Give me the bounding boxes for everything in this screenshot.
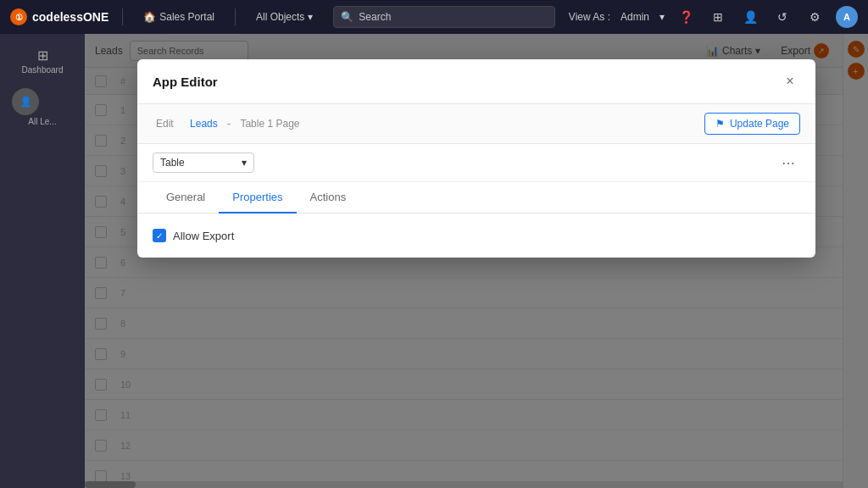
tab-general[interactable]: General bbox=[153, 182, 219, 214]
modal-close-button[interactable]: × bbox=[780, 71, 800, 92]
search-bar[interactable]: 🔍 Search bbox=[333, 6, 555, 28]
main-layout: ⊞ Dashboard 👤 All Le... Leads # 1 2 bbox=[0, 34, 868, 488]
flag-icon: ⚑ bbox=[715, 118, 725, 130]
allow-export-checkbox[interactable]: ✓ bbox=[153, 229, 166, 242]
brand-icon: ① bbox=[10, 8, 27, 25]
modal-tabs: General Properties Actions bbox=[137, 182, 815, 214]
modal-breadcrumb: Edit Leads - Table 1 Page bbox=[153, 118, 303, 130]
more-options-button[interactable]: ⋯ bbox=[776, 151, 800, 175]
tab-actions-label: Actions bbox=[310, 191, 347, 203]
breadcrumb-separator-2: - bbox=[227, 118, 233, 130]
tab-actions[interactable]: Actions bbox=[297, 182, 360, 214]
edit-label: Edit bbox=[156, 118, 174, 130]
update-page-label: Update Page bbox=[730, 118, 789, 130]
tab-general-label: General bbox=[166, 191, 205, 203]
refresh-icon-btn[interactable]: ↺ bbox=[771, 6, 793, 28]
app-editor-modal: App Editor × Edit Leads - Table 1 Page ⚑ bbox=[137, 59, 815, 258]
leads-breadcrumb-link[interactable]: Leads bbox=[190, 118, 218, 130]
dashboard-icon: ⊞ bbox=[12, 47, 73, 64]
update-page-button[interactable]: ⚑ Update Page bbox=[704, 113, 800, 135]
brand-text: codelessONE bbox=[32, 10, 108, 24]
modal-toolbar: Edit Leads - Table 1 Page ⚑ Update Page bbox=[137, 104, 815, 144]
view-as-value: Admin bbox=[620, 11, 649, 23]
select-area: Table ▾ ⋯ bbox=[137, 144, 815, 182]
chevron-down-icon-2: ▾ bbox=[659, 11, 665, 23]
search-placeholder-text: Search bbox=[359, 11, 391, 23]
allow-export-item: ✓ Allow Export bbox=[153, 229, 800, 242]
help-icon-btn[interactable]: ❓ bbox=[675, 6, 697, 28]
brand-logo[interactable]: ① codelessONE bbox=[10, 8, 108, 25]
portal-icon: 🏠 bbox=[143, 11, 156, 23]
modal-title: App Editor bbox=[153, 75, 218, 89]
sidebar-leads-label: All Le... bbox=[12, 117, 73, 126]
allow-export-label: Allow Export bbox=[173, 230, 234, 242]
sidebar-item-dashboard[interactable]: ⊞ Dashboard bbox=[8, 42, 76, 80]
select-value: Table bbox=[160, 157, 185, 169]
nav-divider-1 bbox=[122, 8, 123, 25]
settings-icon-btn[interactable]: ⚙ bbox=[804, 6, 826, 28]
nav-right-area: View As : Admin ▾ ❓ ⊞ 👤 ↺ ⚙ A bbox=[569, 6, 858, 28]
top-navigation: ① codelessONE 🏠 Sales Portal All Objects… bbox=[0, 0, 868, 34]
all-objects-label: All Objects bbox=[256, 11, 304, 23]
tab-properties[interactable]: Properties bbox=[219, 182, 296, 214]
view-as-label: View As : bbox=[569, 11, 610, 23]
chevron-down-icon: ▾ bbox=[308, 11, 313, 23]
sidebar: ⊞ Dashboard 👤 All Le... bbox=[0, 34, 85, 488]
sidebar-item-leads[interactable]: 👤 All Le... bbox=[8, 83, 76, 131]
all-objects-nav[interactable]: All Objects ▾ bbox=[249, 8, 320, 26]
leads-user-icon: 👤 bbox=[12, 88, 39, 115]
modal-content: ✓ Allow Export bbox=[137, 214, 815, 258]
select-chevron-icon: ▾ bbox=[242, 157, 247, 169]
page-breadcrumb-label: Table 1 Page bbox=[240, 118, 299, 130]
sidebar-dashboard-label: Dashboard bbox=[12, 65, 73, 75]
portal-nav-item[interactable]: 🏠 Sales Portal bbox=[136, 8, 221, 26]
user-icon-btn[interactable]: 👤 bbox=[739, 6, 761, 28]
apps-icon-btn[interactable]: ⊞ bbox=[707, 6, 729, 28]
modal-header: App Editor × bbox=[137, 59, 815, 104]
tab-properties-label: Properties bbox=[232, 191, 282, 203]
modal-overlay: App Editor × Edit Leads - Table 1 Page ⚑ bbox=[85, 34, 868, 488]
search-icon: 🔍 bbox=[341, 11, 353, 23]
portal-label: Sales Portal bbox=[159, 11, 214, 23]
content-area: Leads # 1 2 3 4 5 6 7 bbox=[85, 34, 868, 488]
nav-divider-2 bbox=[235, 8, 236, 25]
table-type-select[interactable]: Table ▾ bbox=[153, 152, 254, 173]
user-avatar[interactable]: A bbox=[836, 6, 858, 28]
